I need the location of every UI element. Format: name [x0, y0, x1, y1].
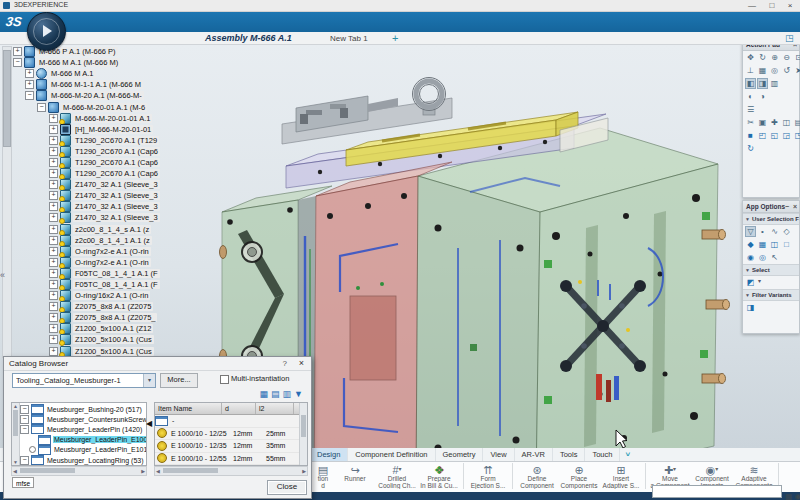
- tree-item[interactable]: +M-666 M A.1: [25, 68, 208, 79]
- tree-scrollbar[interactable]: [2, 46, 12, 358]
- tree-expander-icon[interactable]: +: [49, 335, 58, 344]
- pan-icon[interactable]: ✥: [745, 52, 756, 63]
- tree-expander-icon[interactable]: −: [13, 58, 22, 67]
- define-component-tool[interactable]: ⊛DefineComponent: [516, 462, 558, 489]
- tree-item[interactable]: +O-ring7x2-e A.1 (O-rin: [49, 257, 208, 268]
- tree-expander-icon[interactable]: +: [49, 302, 58, 311]
- column-header-d[interactable]: d: [222, 403, 256, 414]
- iso-view-icon[interactable]: ■: [745, 130, 756, 141]
- tree-expander-icon[interactable]: +: [49, 180, 58, 189]
- catalog-chapter[interactable]: −Meusburger_LeaderPin (1420): [20, 424, 147, 434]
- catalog-chapter[interactable]: −Meusburger_LocatingRing (53): [20, 455, 147, 465]
- rotate-icon[interactable]: ↻: [757, 52, 768, 63]
- tree-item[interactable]: +T1290_2C670 A.1 (Cap6: [49, 146, 208, 157]
- catalog-chapter[interactable]: −Meusburger_Bushing-20 (517): [20, 404, 147, 414]
- tree-item[interactable]: +Z1470_32 A.1 (Sleeve_3: [49, 179, 208, 190]
- arrow-filter-icon[interactable]: ↖: [769, 252, 780, 263]
- actionbar-tab-ar-vr[interactable]: AR-VR: [515, 448, 553, 461]
- add-tab-icon[interactable]: +: [392, 32, 398, 44]
- tree-item[interactable]: +[H]_M-666-M-20-01-01: [49, 124, 208, 135]
- actionbar-tab-geometry[interactable]: Geometry: [436, 448, 484, 461]
- close-icon[interactable]: ×: [793, 201, 797, 212]
- chevron-down-icon[interactable]: ▾: [143, 374, 155, 387]
- right-view-icon[interactable]: ◳: [793, 130, 800, 141]
- dialog-titlebar[interactable]: Catalog Browser ? ×: [4, 357, 311, 371]
- chapter-expander-icon[interactable]: −: [20, 405, 29, 414]
- tree-item[interactable]: +M-666-M-20-01-01 A.1: [49, 113, 208, 124]
- tree-item[interactable]: +z2c00_8_1_4_1 A.1 (z: [49, 235, 208, 246]
- more-button[interactable]: More...: [160, 373, 198, 388]
- tree-expander-icon[interactable]: +: [49, 158, 58, 167]
- close-button[interactable]: Close: [267, 480, 307, 495]
- tree-expander-icon[interactable]: +: [49, 213, 58, 222]
- minimize-icon[interactable]: —: [744, 0, 760, 11]
- surface-filter-icon[interactable]: ◇: [781, 226, 792, 237]
- tree-expander-icon[interactable]: +: [49, 169, 58, 178]
- selection-filter-icon[interactable]: ▽: [745, 226, 756, 237]
- multi-instantiation-checkbox[interactable]: [220, 375, 229, 384]
- catalog-item-row[interactable]: -: [155, 415, 307, 428]
- tree-expander-icon[interactable]: +: [49, 247, 58, 256]
- tree-item[interactable]: −M-666-M-20 A.1 (M-666-M-: [25, 90, 208, 101]
- swap-space-icon[interactable]: ◑: [757, 91, 768, 102]
- details-view-icon[interactable]: ▥: [283, 389, 292, 399]
- tree-list-icon[interactable]: ☰: [745, 104, 756, 115]
- tree-item[interactable]: +Z1470_32 A.1 (Sleeve_3: [49, 190, 208, 201]
- tree-item[interactable]: +Z1470_32 A.1 (Sleeve_3: [49, 212, 208, 223]
- tabs-overflow-icon[interactable]: ˅: [620, 448, 635, 461]
- plane-filter-icon[interactable]: ◫: [769, 239, 780, 250]
- catalog-item-row[interactable]: E 1000/10 - 12/5512mm55mm5: [155, 453, 307, 466]
- chapter-hscrollbar[interactable]: [11, 466, 147, 476]
- pane-splitter-icon[interactable]: ◀: [146, 419, 152, 428]
- fly-mode-icon[interactable]: ➤: [793, 65, 800, 76]
- chapter-expander-icon[interactable]: −: [20, 415, 29, 424]
- normal-view-icon[interactable]: ⊥: [745, 65, 756, 76]
- section-header[interactable]: ▼User Selection Filter: [743, 213, 799, 225]
- grid-console-icon[interactable]: ▦: [785, 492, 793, 500]
- tree-item[interactable]: +Z1200_5x100 A.1 (Cus: [49, 334, 208, 345]
- assistant-icon[interactable]: ◉: [795, 492, 800, 500]
- drilled-cooling-tool[interactable]: #▾DrilledCooling Ch...: [376, 462, 418, 489]
- items-hscrollbar[interactable]: [154, 466, 308, 476]
- catalog-item-row[interactable]: E 1000/10 - 12/3512mm35mm3: [155, 440, 307, 453]
- tree-item[interactable]: +Z2075_8x8 A.1 (Z2075_: [49, 312, 208, 323]
- tree-item[interactable]: +F05TC_08_1_4_1 A.1 (F: [49, 279, 208, 290]
- column-header-item-name[interactable]: Item Name: [155, 403, 222, 414]
- point-filter-icon[interactable]: •: [757, 226, 768, 237]
- actionbar-tab-touch[interactable]: Touch: [585, 448, 620, 461]
- large-icons-view-icon[interactable]: ▦: [260, 389, 269, 399]
- tab-assembly[interactable]: Assembly M-666 A.1: [205, 33, 292, 43]
- zoom-in-icon[interactable]: ⊕: [769, 52, 780, 63]
- list-view-icon[interactable]: ▤: [271, 389, 280, 399]
- catalog-chapter[interactable]: Meusburger_LeaderPin_E101: [29, 445, 147, 455]
- tree-item[interactable]: +Z1470_32 A.1 (Sleeve_3: [49, 201, 208, 212]
- tree-expander-icon[interactable]: +: [49, 147, 58, 156]
- tree-item[interactable]: −M-666 M A.1 (M-666 M): [13, 57, 208, 68]
- form-ejection-tool[interactable]: ⇈FormEjection S...: [467, 462, 509, 489]
- perspective-icon[interactable]: ◧: [745, 78, 756, 89]
- dropdown-caret-icon[interactable]: ▾: [673, 466, 676, 472]
- tree-scrollbar-thumb[interactable]: [3, 50, 11, 147]
- chapter-scrollbar[interactable]: [12, 403, 20, 465]
- catalog-filter-input[interactable]: [14, 478, 35, 488]
- tree-expander-icon[interactable]: +: [25, 69, 34, 78]
- tree-expander-icon[interactable]: +: [25, 80, 34, 89]
- tree-expander-icon[interactable]: +: [49, 280, 58, 289]
- catalog-selector[interactable]: Tooling_Catalog_Meusburger-1 ▾: [12, 373, 156, 388]
- command-console[interactable]: [652, 485, 782, 498]
- dropdown-caret-icon[interactable]: ▾: [715, 466, 718, 472]
- catalog-chapter[interactable]: Meusburger_LeaderPin_E100: [29, 435, 147, 445]
- mesh-filter-icon[interactable]: ▦: [757, 239, 768, 250]
- tree-collapse-icon[interactable]: «: [0, 270, 5, 280]
- tree-expander-icon[interactable]: +: [49, 258, 58, 267]
- variant-filter-icon[interactable]: ◨: [745, 302, 756, 313]
- tree-expander-icon[interactable]: +: [13, 47, 22, 56]
- items-hscrollbar-thumb[interactable]: [163, 468, 218, 473]
- catalog-item-row[interactable]: E 1000/10 - 12/2512mm25mm2: [155, 428, 307, 441]
- tree-expander-icon[interactable]: +: [49, 324, 58, 333]
- update-icon[interactable]: ↻: [745, 143, 756, 154]
- tree-expander-icon[interactable]: −: [37, 103, 46, 112]
- tree-expander-icon[interactable]: +: [49, 313, 58, 322]
- front-view-icon[interactable]: ◰: [757, 130, 768, 141]
- section-header[interactable]: ▼Filter Variants: [743, 289, 799, 301]
